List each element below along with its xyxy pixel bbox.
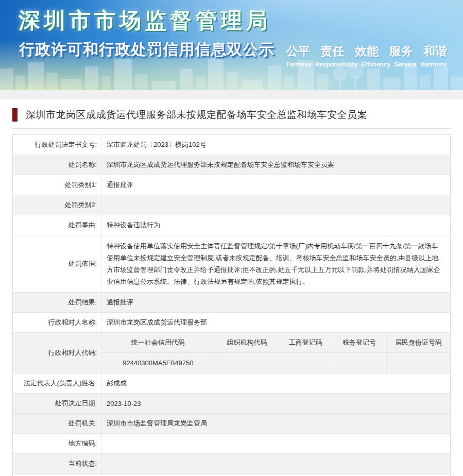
row-penalty-reason: 处罚事由: 特种设备违法行为 xyxy=(13,215,450,235)
row-label: 行政处罚决定书文号: xyxy=(13,135,101,155)
motto-word-en: Harmony xyxy=(420,61,447,68)
row-value: 统一社会信用代码 组织机构代码 工商登记码 税务登记号 居民身份证号码 9244… xyxy=(101,333,450,373)
row-label: 行政相对人名称: xyxy=(13,313,101,332)
row-legal-representative: 法定代表人(负责人)姓名: 彭成成 xyxy=(13,373,450,394)
row-label: 备注 xyxy=(13,474,101,476)
row-label: 法定代表人(负责人)姓名: xyxy=(13,373,101,393)
motto-word-en: Service xyxy=(395,61,417,68)
row-value xyxy=(101,434,450,453)
row-label: 处罚决定日期: xyxy=(13,394,101,413)
code-table-value-row: 92440300MA5FB49750 xyxy=(101,353,450,373)
code-header-cell: 统一社会信用代码 xyxy=(101,333,215,352)
code-header-cell: 居民身份证号码 xyxy=(387,333,450,352)
row-value: 深圳市龙岗区成成货运代理服务部 xyxy=(101,313,450,332)
row-penalty-authority: 处罚机关: 深圳市市场监督管理局龙岗监管局 xyxy=(13,414,450,434)
row-label: 处罚事由: xyxy=(13,215,101,235)
code-value-cell xyxy=(215,353,280,373)
row-penalty-basis: 处罚依据: 特种设备使用单位落实使用安全主体责任监督管理规定/第十章场(厂)内专… xyxy=(13,235,450,293)
divider-strip xyxy=(0,90,463,99)
code-header-cell: 组织机构代码 xyxy=(215,333,280,352)
motto-word-cn: 服务 xyxy=(389,43,413,59)
code-value-cell: 92440300MA5FB49750 xyxy=(101,353,215,373)
row-label: 当前状态: xyxy=(13,454,101,473)
row-value: 特种设备使用单位落实使用安全主体责任监督管理规定/第十章场(厂)内专用机动车辆/… xyxy=(101,235,450,292)
motto-word-en: Faimess xyxy=(286,61,311,68)
row-remarks: 备注 xyxy=(13,474,450,476)
motto-word-en: Efficiency xyxy=(361,61,390,68)
row-label: 处罚依据: xyxy=(13,235,101,292)
motto-word-cn: 公平 xyxy=(286,43,310,59)
penalty-info-table: 行政处罚决定书文号: 深市监龙处罚〔2023〕横岗102号 处罚名称: 深圳市龙… xyxy=(12,134,451,476)
row-value xyxy=(101,474,450,476)
header-banner: 深圳市市场监督管理局 行政许可和行政处罚信用信息双公示 公平 责任 效能 服务 … xyxy=(0,0,463,90)
row-current-status: 当前状态: xyxy=(13,454,450,474)
row-label: 处罚名称: xyxy=(13,155,101,175)
motto-chinese: 公平 责任 效能 服务 和谐 xyxy=(286,43,447,59)
row-penalty-category-1: 处罚类别1: 通报批评 xyxy=(13,175,450,195)
row-value: 深市监龙处罚〔2023〕横岗102号 xyxy=(101,135,450,155)
row-label: 处罚结果: xyxy=(13,293,101,312)
row-value: 通报批评 xyxy=(101,175,450,195)
motto-word-cn: 责任 xyxy=(321,43,345,59)
row-value: 深圳市市场监督管理局龙岗监管局 xyxy=(101,414,450,433)
code-value-cell xyxy=(332,353,387,373)
case-title-row: 深圳市龙岗区成成货运代理服务部未按规定配备场车安全总监和场车安全员案 xyxy=(12,99,451,129)
row-label: 处罚机关: xyxy=(13,414,101,433)
motto-english: Faimess Responsibility Efficiency Servic… xyxy=(286,61,447,68)
row-local-code: 地方编码: xyxy=(13,434,450,454)
row-label: 地方编码: xyxy=(13,434,101,453)
row-decision-date: 处罚决定日期: 2023-10-23 xyxy=(13,394,450,414)
row-decision-number: 行政处罚决定书文号: 深市监龙处罚〔2023〕横岗102号 xyxy=(13,135,450,155)
title-accent-bar xyxy=(12,108,18,122)
motto-word-en: Responsibility xyxy=(315,61,357,68)
code-table-header-row: 统一社会信用代码 组织机构代码 工商登记码 税务登记号 居民身份证号码 xyxy=(101,333,450,353)
code-value-cell xyxy=(279,353,332,373)
row-party-codes: 行政相对人代码: 统一社会信用代码 组织机构代码 工商登记码 税务登记号 居民身… xyxy=(13,333,450,373)
row-value: 通报批评 xyxy=(101,293,450,312)
code-header-cell: 工商登记码 xyxy=(279,333,332,352)
page-title: 深圳市龙岗区成成货运代理服务部未按规定配备场车安全总监和场车安全员案 xyxy=(26,108,367,122)
row-value xyxy=(101,454,450,473)
code-value-cell xyxy=(387,353,450,373)
row-value: 彭成成 xyxy=(101,373,450,393)
motto: 公平 责任 效能 服务 和谐 Faimess Responsibility Ef… xyxy=(286,43,447,68)
row-party-name: 行政相对人名称: 深圳市龙岗区成成货运代理服务部 xyxy=(13,313,450,333)
main-content: 深圳市龙岗区成成货运代理服务部未按规定配备场车安全总监和场车安全员案 行政处罚决… xyxy=(0,99,463,476)
row-penalty-name: 处罚名称: 深圳市龙岗区成成货运代理服务部未按规定配备场车安全总监和场车安全员案 xyxy=(13,155,450,175)
row-penalty-result: 处罚结果: 通报批评 xyxy=(13,293,450,313)
row-label: 处罚类别1: xyxy=(13,175,101,195)
party-code-table: 统一社会信用代码 组织机构代码 工商登记码 税务登记号 居民身份证号码 9244… xyxy=(101,333,450,373)
motto-word-cn: 效能 xyxy=(355,43,379,59)
motto-word-cn: 和谐 xyxy=(423,43,447,59)
row-value: 2023-10-23 xyxy=(101,394,450,413)
row-penalty-category-2: 处罚类别2: xyxy=(13,195,450,215)
code-header-cell: 税务登记号 xyxy=(332,333,387,352)
row-value: 特种设备违法行为 xyxy=(101,215,450,235)
org-title: 深圳市市场监督管理局 xyxy=(19,6,271,35)
banner-subtitle: 行政许可和行政处罚信用信息双公示 xyxy=(19,39,275,60)
row-label: 行政相对人代码: xyxy=(13,333,101,373)
row-value: 深圳市龙岗区成成货运代理服务部未按规定配备场车安全总监和场车安全员案 xyxy=(101,155,450,175)
row-value xyxy=(101,195,450,215)
row-label: 处罚类别2: xyxy=(13,195,101,215)
